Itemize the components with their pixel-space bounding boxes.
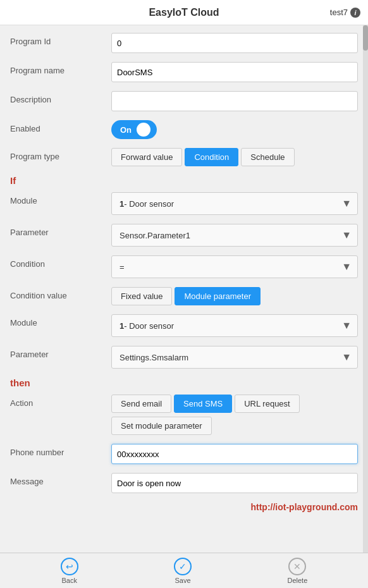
message-row: Message [10, 473, 358, 493]
send-email-btn[interactable]: Send email [111, 395, 171, 413]
module-display[interactable]: 1 - Door sensor [111, 192, 358, 215]
condition-display[interactable]: = [111, 255, 358, 278]
message-label: Message [10, 473, 111, 486]
set-module-parameter-btn[interactable]: Set module parameter [111, 417, 212, 435]
url-text: http://iot-playground.com [250, 502, 358, 512]
phone-label: Phone number [10, 444, 111, 457]
module-row: Module 1 - Door sensor ▼ [10, 192, 358, 215]
phone-input[interactable] [111, 444, 358, 464]
parameter2-value: Settings.Smsalarm [120, 353, 188, 362]
module2-display[interactable]: 1 - Door sensor [111, 314, 358, 337]
enabled-toggle[interactable]: On [111, 120, 157, 139]
module-dropdown[interactable]: 1 - Door sensor ▼ [111, 192, 358, 215]
condition-value: = [120, 262, 125, 272]
description-wrap [111, 91, 358, 111]
program-type-wrap: Forward value Condition Schedule [111, 148, 358, 166]
module-select-wrap: 1 - Door sensor ▼ [111, 192, 358, 215]
condition-value-label: Condition value [10, 287, 111, 300]
bottom-bar: ↩ Back ✓ Save ✕ Delete [0, 553, 368, 588]
form-content: Program Id Program name Description Enab… [0, 25, 368, 558]
condition-value-row: Condition value Fixed value Module param… [10, 287, 358, 305]
module-parameter-btn[interactable]: Module parameter [175, 287, 261, 305]
enabled-row: Enabled On [10, 120, 358, 139]
module2-label: Module [10, 314, 111, 328]
condition-value-wrap: Fixed value Module parameter [111, 287, 358, 305]
delete-button[interactable]: ✕ Delete [287, 558, 307, 584]
module2-select-wrap: 1 - Door sensor ▼ [111, 314, 358, 337]
fixed-value-btn[interactable]: Fixed value [111, 287, 172, 305]
parameter-label: Parameter [10, 224, 111, 237]
program-type-label: Program type [10, 148, 111, 161]
save-button[interactable]: ✓ Save [174, 558, 192, 584]
description-row: Description [10, 91, 358, 111]
parameter-value: Sensor.Parameter1 [120, 231, 190, 240]
scrollbar[interactable] [363, 25, 368, 588]
condition-label: Condition [10, 255, 111, 269]
module2-row: Module 1 - Door sensor ▼ [10, 314, 358, 337]
schedule-btn[interactable]: Schedule [241, 148, 294, 166]
program-type-row: Program type Forward value Condition Sch… [10, 148, 358, 166]
program-id-row: Program Id [10, 33, 358, 53]
parameter2-dropdown[interactable]: Settings.Smsalarm ▼ [111, 346, 358, 369]
message-wrap [111, 473, 358, 493]
parameter-select-wrap: Sensor.Parameter1 ▼ [111, 224, 358, 247]
parameter-display[interactable]: Sensor.Parameter1 [111, 224, 358, 247]
save-icon: ✓ [174, 558, 192, 575]
condition-dropdown[interactable]: = ▼ [111, 255, 358, 278]
program-id-input[interactable] [111, 33, 358, 53]
condition-btn[interactable]: Condition [185, 148, 238, 166]
phone-wrap [111, 444, 358, 464]
url-request-btn[interactable]: URL request [235, 395, 300, 413]
enabled-wrap: On [111, 120, 358, 139]
scrollbar-thumb[interactable] [363, 25, 368, 51]
program-name-wrap [111, 62, 358, 82]
description-input[interactable] [111, 91, 358, 111]
program-id-label: Program Id [10, 33, 111, 46]
module-label: Module [10, 192, 111, 205]
module2-text: - Door sensor [124, 321, 174, 331]
send-sms-btn[interactable]: Send SMS [174, 395, 232, 413]
program-name-input[interactable] [111, 62, 358, 82]
condition-value-group: Fixed value Module parameter [111, 287, 358, 305]
action-group: Send email Send SMS URL request [111, 395, 358, 413]
module2-bold: 1 [120, 321, 124, 331]
condition-select-wrap: = ▼ [111, 255, 358, 278]
back-button[interactable]: ↩ Back [61, 558, 78, 584]
delete-label: Delete [287, 577, 307, 584]
url-area: http://iot-playground.com [10, 502, 358, 512]
parameter-dropdown[interactable]: Sensor.Parameter1 ▼ [111, 224, 358, 247]
app-title: EasyIoT Cloud [149, 7, 219, 18]
program-name-row: Program name [10, 62, 358, 82]
forward-value-btn[interactable]: Forward value [111, 148, 182, 166]
username: test7 [330, 8, 348, 17]
info-icon[interactable]: i [350, 8, 360, 18]
module-text: - Door sensor [124, 199, 174, 209]
action-label: Action [10, 395, 111, 408]
action-wrap: Send email Send SMS URL request Set modu… [111, 395, 358, 435]
program-id-wrap [111, 33, 358, 53]
toggle-label: On [120, 125, 132, 135]
toggle-circle [137, 123, 150, 137]
back-label: Back [61, 577, 77, 584]
parameter2-select-wrap: Settings.Smsalarm ▼ [111, 346, 358, 369]
parameter-row: Parameter Sensor.Parameter1 ▼ [10, 224, 358, 247]
program-type-group: Forward value Condition Schedule [111, 148, 358, 166]
action-extra-group: Set module parameter [111, 417, 358, 435]
save-label: Save [175, 577, 191, 584]
module-bold: 1 [120, 199, 124, 209]
action-row: Action Send email Send SMS URL request S… [10, 395, 358, 435]
message-input[interactable] [111, 473, 358, 493]
delete-icon: ✕ [288, 558, 306, 575]
module2-dropdown[interactable]: 1 - Door sensor ▼ [111, 314, 358, 337]
parameter2-display[interactable]: Settings.Smsalarm [111, 346, 358, 369]
parameter2-row: Parameter Settings.Smsalarm ▼ [10, 346, 358, 369]
back-icon: ↩ [61, 558, 78, 575]
parameter2-label: Parameter [10, 346, 111, 359]
header: EasyIoT Cloud test7 i [0, 0, 368, 25]
condition-row: Condition = ▼ [10, 255, 358, 278]
enabled-label: Enabled [10, 120, 111, 133]
program-name-label: Program name [10, 62, 111, 75]
then-label: then [10, 377, 358, 388]
user-info: test7 i [330, 8, 360, 18]
description-label: Description [10, 91, 111, 104]
